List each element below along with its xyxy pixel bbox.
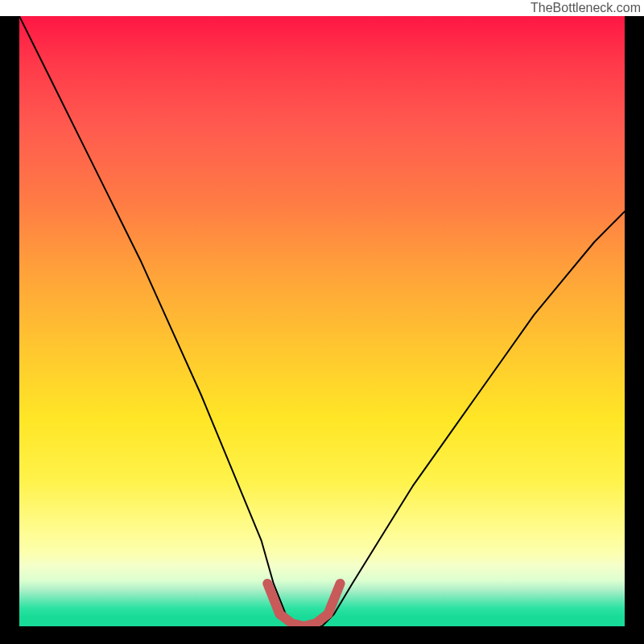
watermark-text: TheBottleneck.com [530, 1, 641, 15]
frame-left [0, 16, 19, 644]
bottleneck-curve [19, 16, 625, 626]
frame-bottom [0, 626, 644, 644]
bottleneck-chart [19, 16, 625, 626]
frame-right [625, 16, 644, 644]
chart-svg [19, 16, 625, 626]
